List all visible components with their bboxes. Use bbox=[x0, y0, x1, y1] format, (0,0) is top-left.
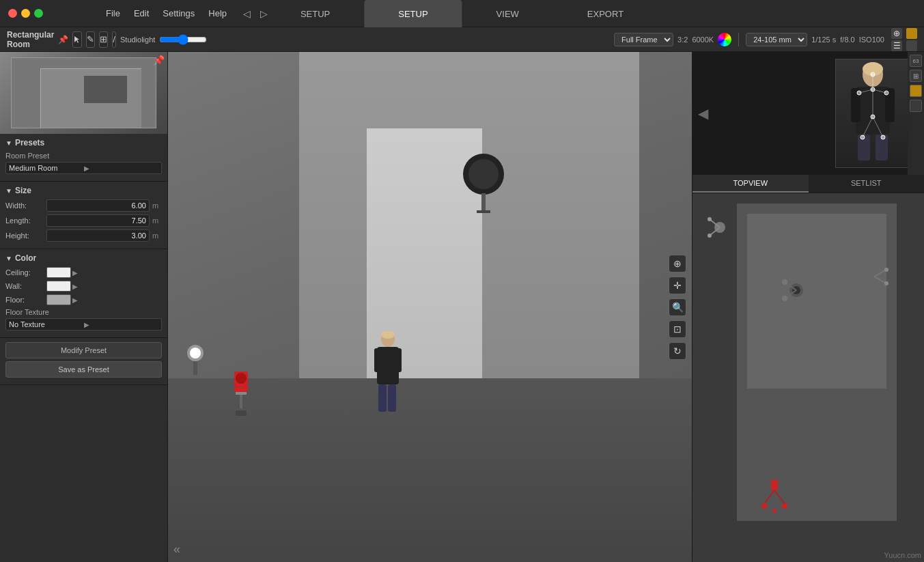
svg-line-59 bbox=[774, 490, 785, 504]
wall-swatch-arrow[interactable]: ▶ bbox=[72, 283, 78, 290]
save-preset-button[interactable]: Save as Preset bbox=[5, 361, 162, 378]
ctrl-btn-2[interactable]: ⊞ bbox=[910, 70, 922, 82]
ctrl-btn-1[interactable]: 63 bbox=[910, 55, 922, 67]
tab-setlist[interactable]: SETLIST bbox=[809, 175, 925, 193]
tool-grid[interactable]: ⊞ bbox=[99, 31, 108, 48]
tab-export[interactable]: EXPORT bbox=[553, 0, 658, 27]
color-header[interactable]: ▼ Color bbox=[5, 253, 162, 263]
tool-line[interactable]: / bbox=[112, 31, 116, 48]
size-arrow: ▼ bbox=[5, 187, 12, 195]
navigate-icon[interactable]: ⊕ bbox=[669, 255, 686, 272]
frame-icon[interactable]: ⊡ bbox=[669, 320, 686, 338]
menu-edit[interactable]: Edit bbox=[134, 8, 149, 18]
ceiling-row: Ceiling: ▶ bbox=[5, 267, 162, 278]
wall-label: Wall: bbox=[5, 282, 46, 290]
topview-light-3[interactable] bbox=[859, 262, 890, 292]
size-label: Size bbox=[15, 186, 31, 195]
right-ctrl-4[interactable] bbox=[906, 40, 917, 51]
width-unit: m bbox=[152, 201, 162, 210]
menu-file[interactable]: File bbox=[106, 8, 120, 18]
ratio-label: 3:2 bbox=[677, 36, 688, 44]
right-panel: ◀ bbox=[692, 52, 924, 562]
svg-point-55 bbox=[884, 268, 888, 272]
tab-view[interactable]: VIEW bbox=[462, 0, 553, 27]
format-dropdown[interactable]: Full Frame bbox=[614, 33, 673, 46]
length-row: Length: m bbox=[5, 214, 162, 227]
right-ctrl-3[interactable] bbox=[906, 28, 917, 39]
minimize-button[interactable] bbox=[21, 9, 30, 18]
move-icon[interactable]: ✛ bbox=[669, 277, 686, 294]
svg-point-56 bbox=[884, 281, 888, 285]
svg-rect-5 bbox=[238, 408, 244, 410]
modify-preset-button[interactable]: Modify Preset bbox=[5, 342, 162, 359]
height-row: Height: m bbox=[5, 229, 162, 242]
svg-point-51 bbox=[782, 296, 787, 301]
traffic-lights bbox=[0, 9, 51, 18]
topview-light-2[interactable] bbox=[781, 275, 812, 306]
ctrl-btn-3[interactable] bbox=[910, 85, 922, 97]
fullscreen-button[interactable] bbox=[34, 9, 43, 18]
tab-topview[interactable]: TOPVIEW bbox=[692, 175, 809, 193]
undo-button[interactable]: ◁ bbox=[240, 7, 253, 20]
texture-dropdown-arrow: ▶ bbox=[84, 321, 159, 328]
shutter-label: 1/125 s bbox=[811, 36, 836, 44]
tab-setup-active[interactable]: SETUP bbox=[364, 0, 462, 27]
pin-icon[interactable]: 📌 bbox=[58, 35, 68, 44]
studiolight-slider[interactable] bbox=[159, 34, 207, 45]
top-tabs: SETUP VIEW SETUP VIEW EXPORT bbox=[266, 0, 658, 27]
menu-settings[interactable]: Settings bbox=[163, 8, 195, 18]
tool-select[interactable] bbox=[72, 31, 82, 48]
wall-color-swatch[interactable] bbox=[46, 281, 71, 292]
zoom-icon[interactable]: 🔍 bbox=[669, 298, 686, 316]
svg-line-58 bbox=[764, 490, 774, 504]
size-section: ▼ Size Width: m Length: m Height: m bbox=[0, 182, 167, 249]
close-button[interactable] bbox=[8, 9, 17, 18]
monolight-right[interactable] bbox=[456, 154, 511, 222]
svg-point-61 bbox=[782, 503, 787, 509]
camera-toolbar: Rectangular Room 📌 ✎ ⊞ / Studiolight Ful… bbox=[0, 27, 924, 52]
svg-rect-19 bbox=[388, 384, 396, 412]
monolight-left[interactable] bbox=[221, 365, 262, 419]
color-wheel[interactable] bbox=[718, 33, 731, 46]
svg-point-4 bbox=[236, 373, 247, 384]
watermark: Yuucn.com bbox=[884, 551, 921, 559]
back-arrow[interactable]: ◀ bbox=[698, 105, 708, 122]
length-input[interactable] bbox=[46, 214, 150, 227]
topview-light-red[interactable] bbox=[761, 480, 788, 514]
svg-rect-9 bbox=[481, 193, 486, 210]
tab-setup[interactable]: SETUP bbox=[266, 0, 364, 27]
ceiling-color-swatch[interactable] bbox=[46, 267, 71, 278]
ceiling-swatch-arrow[interactable]: ▶ bbox=[72, 269, 78, 277]
rotate-icon[interactable]: ↻ bbox=[669, 342, 686, 360]
right-ctrl-1[interactable]: ⊕ bbox=[891, 28, 902, 39]
collapse-icon[interactable]: « bbox=[173, 542, 180, 557]
room-preset-dropdown[interactable]: Medium Room ▶ bbox=[5, 162, 162, 174]
ctrl-btn-4[interactable] bbox=[910, 100, 922, 112]
height-input[interactable] bbox=[46, 229, 150, 242]
svg-point-45 bbox=[708, 234, 712, 238]
floor-color-swatch[interactable] bbox=[46, 294, 71, 305]
presets-header[interactable]: ▼ Presets bbox=[5, 138, 162, 147]
floor-texture-dropdown[interactable]: No Texture ▶ bbox=[5, 318, 162, 331]
menu-bar: File Edit Settings Help bbox=[51, 8, 227, 18]
pin-icon[interactable]: 📌 bbox=[153, 55, 165, 66]
right-ctrl-2[interactable]: ☰ bbox=[891, 40, 902, 51]
svg-rect-2 bbox=[236, 392, 247, 395]
svg-point-44 bbox=[708, 217, 712, 221]
floor-swatch-arrow[interactable]: ▶ bbox=[72, 296, 78, 304]
topview-canvas[interactable]: Yuucn.com bbox=[692, 193, 924, 562]
size-header[interactable]: ▼ Size bbox=[5, 186, 162, 195]
topview-light-1[interactable] bbox=[706, 214, 733, 241]
lens-dropdown[interactable]: 24-105 mm bbox=[746, 33, 807, 46]
light-small-left[interactable] bbox=[178, 343, 212, 384]
viewport-background[interactable] bbox=[168, 52, 692, 562]
tool-pencil[interactable]: ✎ bbox=[86, 31, 95, 48]
length-label: Length: bbox=[5, 216, 46, 225]
right-side-controls: 63 ⊞ bbox=[908, 52, 924, 175]
presets-section: ▼ Presets Room Preset Medium Room ▶ bbox=[0, 134, 167, 182]
menu-help[interactable]: Help bbox=[208, 8, 227, 18]
width-input[interactable] bbox=[46, 199, 150, 212]
topview-backdrop bbox=[747, 214, 886, 389]
floor-row: Floor: ▶ bbox=[5, 294, 162, 305]
studiolight-label: Studiolight bbox=[120, 36, 155, 44]
